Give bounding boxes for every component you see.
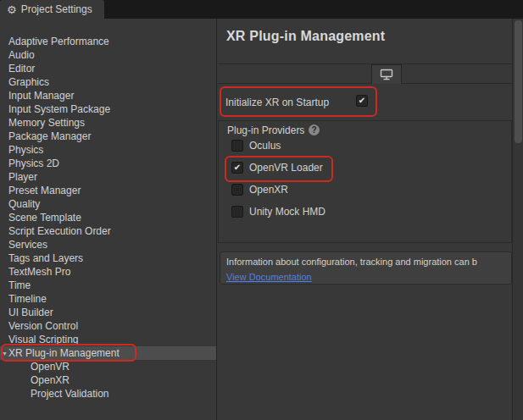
sidebar-item-label: Player [8,171,37,183]
sidebar-item-label: OpenVR [31,361,70,373]
provider-row-oculus[interactable]: Oculus [219,135,511,156]
sidebar-item-label: Version Control [8,320,78,332]
settings-sidebar: Adaptive Performance Audio Editor Graphi… [0,19,217,420]
info-text: Information about configuration, trackin… [226,256,505,268]
sidebar-item-label: Preset Manager [8,185,81,196]
sidebar-item-label: Services [8,239,47,251]
sidebar-item-label: Time [8,279,31,291]
sidebar-item-label: Adaptive Performance [8,36,109,47]
sidebar-item-label: Tags and Layers [8,252,83,264]
plugin-providers-group: Plug-in Providers ? Oculus ✔ OpenVR Load… [218,120,512,243]
sidebar-item-ui-builder[interactable]: UI Builder [0,306,216,319]
sidebar-item-label: OpenXR [31,374,70,386]
platform-tab-strip [218,64,512,84]
sidebar-item-label: UI Builder [8,307,53,318]
provider-row-openxr[interactable]: OpenXR [219,180,511,200]
initialize-xr-checkbox[interactable]: ✔ [356,95,368,107]
main-panel: XR Plug-in Management Initialize XR on S… [218,19,512,420]
sidebar-item-visual-scripting[interactable]: Visual Scripting [0,333,216,346]
sidebar-item-scene-template[interactable]: Scene Template [0,211,216,224]
sidebar-item-label: Input System Package [8,103,110,115]
gear-icon: ⚙ [7,4,17,15]
sidebar-item-xr-plug-in-management[interactable]: ▼ XR Plug-in Management [0,346,216,360]
titlebar: ⚙ Project Settings [0,0,523,19]
help-icon[interactable]: ? [309,124,320,135]
sidebar-item-label: Audio [8,49,35,61]
page-title: XR Plug-in Management [226,29,385,44]
sidebar-item-label: Memory Settings [8,117,85,129]
provider-label: Oculus [249,140,281,152]
foldout-arrow-icon[interactable]: ▼ [2,347,8,361]
sidebar-item-label: Package Manager [8,130,91,142]
platform-tab-standalone[interactable] [371,64,402,84]
sidebar-item-label: Input Manager [8,90,74,102]
sidebar-item-time[interactable]: Time [0,279,216,292]
tab-title: Project Settings [21,3,92,15]
sidebar-item-editor[interactable]: Editor [0,62,216,75]
sidebar-item-script-execution-order[interactable]: Script Execution Order [0,224,216,238]
sidebar-item-version-control[interactable]: Version Control [0,319,216,333]
sidebar-item-physics-2d[interactable]: Physics 2D [0,157,216,170]
provider-checkbox[interactable] [231,140,243,152]
sidebar-item-textmesh-pro[interactable]: TextMesh Pro [0,265,216,279]
sidebar-item-adaptive-performance[interactable]: Adaptive Performance [0,35,216,48]
sidebar-item-input-system-package[interactable]: Input System Package [0,102,216,116]
view-documentation-link[interactable]: View Documentation [226,271,312,283]
sidebar-item-audio[interactable]: Audio [0,48,216,62]
sidebar-item-label: Physics [8,144,43,156]
sidebar-item-label: TextMesh Pro [8,266,70,278]
provider-row-openvr-loader[interactable]: ✔ OpenVR Loader [219,158,511,178]
sidebar-item-label: Script Execution Order [8,225,111,237]
sidebar-item-label: Visual Scripting [8,334,79,345]
sidebar-item-physics[interactable]: Physics [0,143,216,157]
sidebar-item-label: Quality [8,198,40,210]
provider-row-unity-mock-hmd[interactable]: Unity Mock HMD [219,202,511,222]
provider-label: Unity Mock HMD [249,206,325,218]
provider-label: OpenXR [249,184,288,196]
scrollbar-thumb[interactable] [515,20,522,143]
sidebar-item-preset-manager[interactable]: Preset Manager [0,184,216,197]
monitor-icon [380,69,393,80]
provider-label: OpenVR Loader [249,162,323,174]
initialize-xr-label: Initialize XR on Startup [225,97,329,108]
sidebar-list: Adaptive Performance Audio Editor Graphi… [0,35,216,401]
provider-checkbox[interactable]: ✔ [231,162,243,174]
sidebar-item-label: Project Validation [31,388,109,400]
sidebar-item-services[interactable]: Services [0,238,216,251]
provider-checkbox[interactable] [231,184,243,196]
sidebar-item-project-validation[interactable]: Project Validation [0,387,216,401]
project-settings-tab[interactable]: ⚙ Project Settings [0,0,104,19]
sidebar-item-label: Physics 2D [8,158,59,169]
sidebar-item-label: Timeline [8,293,47,305]
info-box: Information about configuration, trackin… [220,251,512,285]
sidebar-item-timeline[interactable]: Timeline [0,292,216,306]
sidebar-item-label: Scene Template [8,212,81,224]
sidebar-item-label: Graphics [8,76,49,88]
sidebar-item-input-manager[interactable]: Input Manager [0,89,216,102]
project-settings-window: ⚙ Project Settings Adaptive Performance … [0,0,523,420]
sidebar-item-memory-settings[interactable]: Memory Settings [0,116,216,130]
sidebar-item-graphics[interactable]: Graphics [0,75,216,89]
sidebar-item-tags-and-layers[interactable]: Tags and Layers [0,251,216,265]
sidebar-item-openvr[interactable]: OpenVR [0,360,216,373]
plugin-providers-header: Plug-in Providers [227,124,304,136]
sidebar-item-player[interactable]: Player [0,170,216,184]
scrollbar[interactable] [512,19,523,420]
provider-checkbox[interactable] [231,206,243,218]
sidebar-item-quality[interactable]: Quality [0,197,216,211]
sidebar-item-openxr[interactable]: OpenXR [0,373,216,387]
sidebar-item-label: Editor [8,63,35,75]
sidebar-item-package-manager[interactable]: Package Manager [0,130,216,143]
sidebar-item-label: XR Plug-in Management [8,347,120,359]
